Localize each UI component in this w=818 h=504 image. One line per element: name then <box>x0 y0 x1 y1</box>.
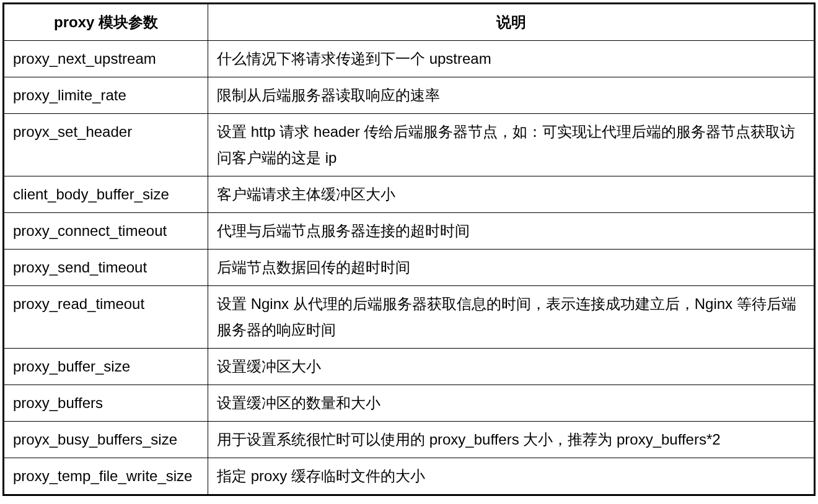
cell-desc: 用于设置系统很忙时可以使用的 proxy_buffers 大小，推荐为 prox… <box>208 422 815 458</box>
cell-param: client_body_buffer_size <box>4 176 208 213</box>
cell-desc: 指定 proxy 缓存临时文件的大小 <box>208 458 815 495</box>
cell-desc: 代理与后端节点服务器连接的超时时间 <box>208 213 815 250</box>
table-row: proxy_send_timeout 后端节点数据回传的超时时间 <box>4 250 815 286</box>
table-row: proyx_busy_buffers_size 用于设置系统很忙时可以使用的 p… <box>4 422 815 458</box>
table-row: proxy_buffers 设置缓冲区的数量和大小 <box>4 385 815 422</box>
table-header-row: proxy 模块参数 说明 <box>4 4 815 41</box>
cell-param: proyx_set_header <box>4 114 208 176</box>
cell-desc: 后端节点数据回传的超时时间 <box>208 250 815 286</box>
cell-desc: 什么情况下将请求传递到下一个 upstream <box>208 41 815 77</box>
cell-param: proxy_read_timeout <box>4 286 208 349</box>
cell-param: proxy_buffers <box>4 385 208 422</box>
table-row: proxy_buffer_size 设置缓冲区大小 <box>4 349 815 385</box>
proxy-params-table: proxy 模块参数 说明 proxy_next_upstream 什么情况下将… <box>2 2 816 496</box>
cell-param: proyx_busy_buffers_size <box>4 422 208 458</box>
table-row: proyx_set_header 设置 http 请求 header 传给后端服… <box>4 114 815 176</box>
header-desc: 说明 <box>208 4 815 41</box>
table-row: proxy_connect_timeout 代理与后端节点服务器连接的超时时间 <box>4 213 815 250</box>
cell-desc: 限制从后端服务器读取响应的速率 <box>208 77 815 114</box>
table-row: proxy_next_upstream 什么情况下将请求传递到下一个 upstr… <box>4 41 815 77</box>
cell-param: proxy_next_upstream <box>4 41 208 77</box>
cell-param: proxy_limite_rate <box>4 77 208 114</box>
cell-param: proxy_buffer_size <box>4 349 208 385</box>
table-row: proxy_limite_rate 限制从后端服务器读取响应的速率 <box>4 77 815 114</box>
cell-desc: 设置 Nginx 从代理的后端服务器获取信息的时间，表示连接成功建立后，Ngin… <box>208 286 815 349</box>
cell-desc: 设置缓冲区的数量和大小 <box>208 385 815 422</box>
header-param: proxy 模块参数 <box>4 4 208 41</box>
table-row: proxy_read_timeout 设置 Nginx 从代理的后端服务器获取信… <box>4 286 815 349</box>
cell-param: proxy_temp_file_write_size <box>4 458 208 495</box>
cell-param: proxy_connect_timeout <box>4 213 208 250</box>
cell-desc: 设置缓冲区大小 <box>208 349 815 385</box>
table-row: proxy_temp_file_write_size 指定 proxy 缓存临时… <box>4 458 815 495</box>
cell-desc: 设置 http 请求 header 传给后端服务器节点，如：可实现让代理后端的服… <box>208 114 815 176</box>
cell-param: proxy_send_timeout <box>4 250 208 286</box>
cell-desc: 客户端请求主体缓冲区大小 <box>208 176 815 213</box>
table-row: client_body_buffer_size 客户端请求主体缓冲区大小 <box>4 176 815 213</box>
